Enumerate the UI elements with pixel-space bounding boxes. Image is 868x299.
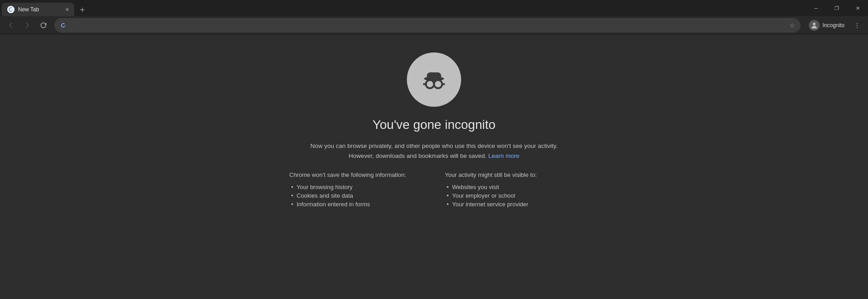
incognito-avatar (809, 20, 820, 31)
window-controls: ─ ❐ ✕ (806, 0, 868, 16)
bookmark-icon[interactable]: ☆ (789, 22, 795, 29)
incognito-description: Now you can browse privately, and other … (301, 141, 567, 161)
address-input[interactable] (71, 22, 786, 29)
list-item: Cookies and site data (289, 191, 423, 200)
left-column-title: Chrome won't save the following informat… (289, 171, 423, 178)
google-favicon (60, 22, 67, 29)
forward-button[interactable] (20, 18, 34, 33)
learn-more-link[interactable]: Learn more (488, 152, 519, 159)
incognito-icon (407, 52, 461, 107)
tab-strip: New Tab ✕ + (0, 0, 806, 16)
tab-favicon (7, 6, 14, 13)
tab-close-button[interactable]: ✕ (63, 6, 71, 13)
menu-button[interactable]: ⋮ (850, 18, 864, 33)
tab-title-text: New Tab (18, 6, 60, 13)
svg-rect-3 (427, 72, 441, 80)
svg-point-0 (7, 6, 14, 13)
list-item: Websites you visit (445, 183, 579, 191)
refresh-button[interactable] (36, 18, 51, 33)
main-content: You've gone incognito Now you can browse… (0, 34, 868, 299)
left-list: Your browsing history Cookies and site d… (289, 183, 423, 209)
toolbar: ☆ Incognito ⋮ (0, 16, 868, 34)
list-item: Your internet service provider (445, 200, 579, 209)
left-column: Chrome won't save the following informat… (289, 171, 423, 209)
maximize-button[interactable]: ❐ (826, 0, 847, 16)
svg-point-5 (434, 80, 442, 88)
back-button[interactable] (4, 18, 18, 33)
right-column-title: Your activity might still be visible to: (445, 171, 579, 178)
new-tab-button[interactable]: + (76, 4, 89, 16)
title-bar: New Tab ✕ + ─ ❐ ✕ (0, 0, 868, 16)
list-item: Information entered in forms (289, 200, 423, 209)
active-tab[interactable]: New Tab ✕ (2, 3, 74, 16)
toolbar-right: Incognito ⋮ (804, 18, 864, 33)
info-columns: Chrome won't save the following informat… (289, 171, 579, 209)
address-bar[interactable]: ☆ (54, 18, 801, 33)
minimize-button[interactable]: ─ (806, 0, 826, 16)
incognito-heading: You've gone incognito (373, 118, 495, 132)
right-column: Your activity might still be visible to:… (445, 171, 579, 209)
incognito-label: Incognito (822, 22, 844, 28)
close-button[interactable]: ✕ (847, 0, 868, 16)
svg-point-1 (813, 23, 816, 25)
svg-point-4 (426, 80, 434, 88)
description-text: Now you can browse privately, and other … (311, 142, 558, 159)
list-item: Your employer or school (445, 191, 579, 200)
right-list: Websites you visit Your employer or scho… (445, 183, 579, 209)
list-item: Your browsing history (289, 183, 423, 191)
incognito-profile-button[interactable]: Incognito (804, 18, 849, 33)
